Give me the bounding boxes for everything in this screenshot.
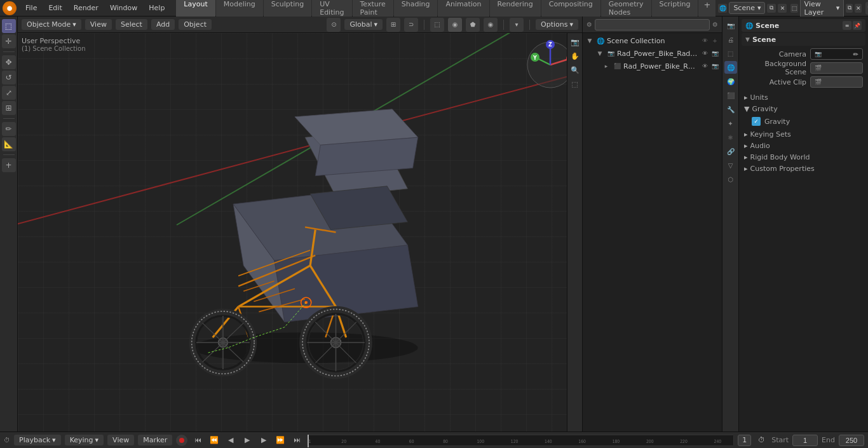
- layers-icon[interactable]: ⬚: [790, 4, 797, 13]
- item-1-expand[interactable]: ▸: [602, 62, 611, 71]
- tab-modeling[interactable]: Modeling: [216, 0, 263, 18]
- item-0-render-btn[interactable]: 📷: [710, 49, 719, 58]
- camera-edit-icon[interactable]: ✏: [853, 51, 858, 58]
- options-btn[interactable]: Options ▾: [536, 19, 578, 30]
- item-1-render-btn[interactable]: 📷: [710, 62, 719, 71]
- proportional-edit-btn[interactable]: ⊃: [404, 18, 418, 32]
- move-tool-btn[interactable]: ✥: [2, 55, 16, 69]
- scene-dropdown[interactable]: Scene ▾: [729, 2, 765, 14]
- add-tool-btn[interactable]: +: [2, 158, 16, 172]
- prop-view-layer-icon[interactable]: ⬚: [724, 47, 737, 60]
- scene-collection-row[interactable]: ▼ 🌐 Scene Collection 👁 +: [583, 34, 722, 47]
- prop-presets-btn[interactable]: ≡: [843, 21, 851, 30]
- menu-help[interactable]: Help: [144, 3, 170, 13]
- material-preview-btn[interactable]: ⬟: [466, 18, 480, 32]
- jump-to-end-btn[interactable]: ⏭: [290, 434, 303, 447]
- view-layer-dropdown[interactable]: View Layer ▾: [800, 0, 844, 18]
- playback-btn[interactable]: Playback ▾: [14, 435, 61, 445]
- outliner-filter-btn[interactable]: ⚙: [712, 21, 718, 28]
- camera-value[interactable]: 📷 ✏: [810, 48, 863, 60]
- transform-tool-btn[interactable]: ⊞: [2, 101, 16, 115]
- active-clip-value[interactable]: 🎬: [810, 76, 863, 88]
- scene-subsection-header[interactable]: ▼ Scene: [742, 33, 865, 46]
- scene-collection-new-btn[interactable]: +: [710, 36, 719, 45]
- timeline-scrubber[interactable]: 1 20 40 60 80 100 120 140 160 180 200 22…: [307, 435, 734, 446]
- prop-object-icon[interactable]: ⬛: [724, 89, 737, 102]
- viewport-canvas[interactable]: X Y Z User Perspective (1) Scene Collect…: [18, 33, 582, 431]
- shading-options-btn[interactable]: ▾: [510, 18, 524, 32]
- gravity-checkbox[interactable]: ✓: [752, 117, 761, 126]
- tab-sculpting[interactable]: Sculpting: [264, 0, 311, 18]
- tab-layout[interactable]: Layout: [176, 0, 215, 18]
- rotate-tool-btn[interactable]: ↺: [2, 71, 16, 85]
- scene-remove-icon[interactable]: ✕: [778, 4, 787, 13]
- tab-compositing[interactable]: Compositing: [541, 0, 600, 18]
- tab-scripting[interactable]: Scripting: [652, 0, 698, 18]
- item-0-visible-btn[interactable]: 👁: [700, 49, 709, 58]
- tab-uv-editing[interactable]: UV Editing: [312, 0, 351, 18]
- step-forward-btn[interactable]: ⏩: [274, 434, 287, 447]
- add-menu-btn[interactable]: Add: [151, 19, 175, 30]
- zoom-btn[interactable]: 🔍: [569, 64, 581, 76]
- prop-world-icon[interactable]: 🌍: [724, 75, 737, 88]
- step-forward-frame-btn[interactable]: ▶: [257, 434, 270, 447]
- solid-btn[interactable]: ◉: [448, 18, 462, 32]
- cursor-tool-btn[interactable]: ✛: [2, 34, 16, 48]
- tab-rendering[interactable]: Rendering: [490, 0, 541, 18]
- prop-scene-icon[interactable]: 🌐: [724, 61, 737, 74]
- prop-render-icon[interactable]: 📷: [724, 19, 737, 32]
- prop-physics-icon[interactable]: ⚛: [724, 131, 737, 144]
- viewport-3d[interactable]: Object Mode ▾ View Select Add Object ⊙ G…: [18, 17, 582, 431]
- render-region-btn[interactable]: ⬚: [569, 78, 581, 90]
- menu-file[interactable]: File: [20, 3, 42, 13]
- prop-scene-header[interactable]: 🌐 Scene ≡ 📌: [742, 19, 865, 32]
- measure-tool-btn[interactable]: 📐: [2, 137, 16, 151]
- view-menu-btn[interactable]: View: [85, 19, 112, 30]
- units-section[interactable]: ▸ Units: [742, 92, 865, 103]
- prop-modifier-icon[interactable]: 🔧: [724, 103, 737, 116]
- view-layer-remove-icon[interactable]: ✕: [855, 4, 862, 13]
- snap-btn[interactable]: ⊞: [386, 18, 400, 32]
- transform-orientation-btn[interactable]: Global ▾: [344, 19, 383, 30]
- pivot-point-btn[interactable]: ⊙: [327, 18, 341, 32]
- start-frame-input[interactable]: [792, 435, 818, 446]
- object-menu-btn[interactable]: Object: [179, 19, 212, 30]
- outliner-item-0[interactable]: ▼ 📷 Rad_Power_Bike_RadBurro_v 👁 📷: [583, 47, 722, 60]
- select-menu-btn[interactable]: Select: [116, 19, 147, 30]
- marker-btn[interactable]: Marker: [138, 435, 172, 445]
- scene-copy-icon[interactable]: ⧉: [767, 4, 776, 13]
- view-layer-copy-icon[interactable]: ⧉: [846, 4, 853, 13]
- search-btn[interactable]: 🔍: [865, 2, 868, 15]
- camera-view-btn[interactable]: 📷: [569, 36, 581, 48]
- tab-shading[interactable]: Shading: [394, 0, 438, 18]
- step-back-btn[interactable]: ⏪: [208, 434, 220, 447]
- prop-material-icon[interactable]: ⬡: [724, 173, 737, 186]
- scene-collection-expand[interactable]: ▼: [585, 36, 594, 45]
- background-scene-value[interactable]: 🎬: [810, 62, 863, 74]
- prop-data-icon[interactable]: ▽: [724, 159, 737, 172]
- end-frame-input[interactable]: [839, 435, 864, 446]
- outliner-search-input[interactable]: [595, 19, 710, 31]
- view-btn[interactable]: View: [107, 435, 134, 445]
- tab-add[interactable]: +: [698, 0, 715, 18]
- record-btn[interactable]: [176, 435, 187, 446]
- rigid-body-world-section[interactable]: ▸ Rigid Body World: [742, 151, 865, 163]
- outliner-item-1[interactable]: ▸ ⬛ Rad_Power_Bike_RadBu 👁 📷: [583, 60, 722, 72]
- jump-to-start-btn[interactable]: ⏮: [191, 434, 204, 447]
- gravity-section[interactable]: ▼ Gravity: [742, 103, 865, 114]
- select-tool-btn[interactable]: ⬚: [2, 19, 16, 33]
- render-preview-btn[interactable]: ◉: [484, 18, 498, 32]
- tab-animation[interactable]: Animation: [438, 0, 489, 18]
- tab-geometry-nodes[interactable]: Geometry Nodes: [601, 0, 651, 18]
- prop-constraints-icon[interactable]: 🔗: [724, 145, 737, 158]
- prop-pin-btn[interactable]: 📌: [853, 21, 862, 30]
- keying-btn[interactable]: Keying ▾: [65, 435, 104, 445]
- audio-section[interactable]: ▸ Audio: [742, 140, 865, 151]
- current-frame-display[interactable]: 1: [738, 435, 751, 446]
- item-1-visible-btn[interactable]: 👁: [700, 62, 709, 71]
- annotate-tool-btn[interactable]: ✏: [2, 122, 16, 136]
- scene-collection-hide-btn[interactable]: 👁: [700, 36, 709, 45]
- tab-texture-paint[interactable]: Texture Paint: [353, 0, 393, 18]
- prop-output-icon[interactable]: 🖨: [724, 33, 737, 46]
- menu-render[interactable]: Render: [69, 3, 104, 13]
